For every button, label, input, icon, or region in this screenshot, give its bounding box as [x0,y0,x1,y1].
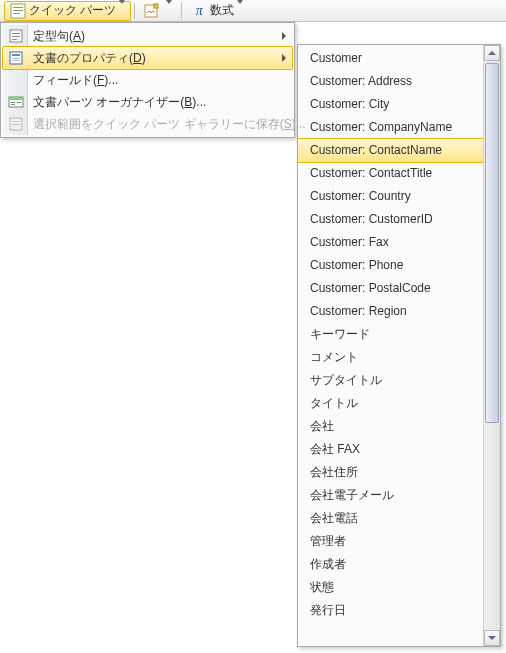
submenu-item[interactable]: Customer: Phone [298,254,483,277]
submenu-item[interactable]: 会社 FAX [298,438,483,461]
quick-parts-icon [10,3,26,19]
menu-item-label: 文書パーツ オーガナイザー(B)... [33,94,206,111]
menu-item[interactable]: 文書パーツ オーガナイザー(B)... [3,91,292,113]
svg-rect-3 [13,13,20,14]
submenu-item[interactable]: Customer: Fax [298,231,483,254]
submenu-item[interactable]: Customer: ContactTitle [298,162,483,185]
menu-item-label: 選択範囲をクイック パーツ ギャラリーに保存(S)... [33,116,306,133]
quick-parts-menu: 定型句(A)文書のプロパティ(D)フィールド(F)...文書パーツ オーガナイザ… [0,22,295,138]
svg-rect-11 [12,54,20,56]
submenu-item[interactable]: 発行日 [298,599,483,622]
svg-rect-18 [11,104,15,105]
submenu-item[interactable]: 会社電子メール [298,484,483,507]
signature-icon [144,3,160,19]
submenu-item[interactable]: 会社 [298,415,483,438]
menu-item[interactable]: フィールド(F)... [3,69,292,91]
svg-rect-20 [12,121,20,122]
scroll-thumb[interactable] [485,63,499,423]
svg-rect-15 [9,97,23,100]
svg-rect-8 [12,36,20,37]
dropdown-caret [119,4,125,18]
submenu-item[interactable]: Customer: Address [298,70,483,93]
dropdown-caret [237,4,243,18]
svg-rect-7 [12,33,20,34]
submenu-item[interactable]: Customer: CompanyName [298,116,483,139]
submenu-item[interactable]: コメント [298,346,483,369]
submenu-item[interactable]: サブタイトル [298,369,483,392]
svg-rect-12 [12,58,20,59]
ribbon-toolbar: クイック パーツ π 数式 [0,0,506,22]
submenu-item[interactable]: Customer: CustomerID [298,208,483,231]
toolbar-separator [181,3,182,19]
svg-rect-2 [13,10,23,11]
autotext-icon [5,26,27,46]
svg-rect-21 [12,124,20,125]
submenu-item[interactable]: 会社住所 [298,461,483,484]
menu-item-label: 文書のプロパティ(D) [33,50,146,67]
scroll-up-button[interactable] [484,45,500,61]
submenu-item[interactable]: 会社電話 [298,507,483,530]
svg-rect-16 [11,102,15,103]
submenu-item[interactable]: キーワード [298,323,483,346]
submenu-item[interactable]: 作成者 [298,553,483,576]
svg-rect-9 [12,39,17,40]
signature-line-button[interactable] [138,1,178,21]
organizer-icon [5,92,27,112]
equation-button[interactable]: π 数式 [185,1,249,21]
scroll-down-button[interactable] [484,630,500,646]
dropdown-caret [166,4,172,18]
svg-rect-17 [17,102,21,103]
submenu-item[interactable]: Customer: Region [298,300,483,323]
submenu-item[interactable]: タイトル [298,392,483,415]
pi-icon: π [191,3,207,19]
svg-rect-1 [13,7,23,8]
submenu-item[interactable]: Customer: Country [298,185,483,208]
doc-prop-icon [5,48,27,68]
menu-item[interactable]: 文書のプロパティ(D) [2,46,293,70]
quick-parts-button[interactable]: クイック パーツ [4,1,131,21]
svg-rect-13 [12,60,20,61]
submenu-arrow-icon [282,32,286,40]
toolbar-separator [134,3,135,19]
document-property-submenu: CustomerCustomer: AddressCustomer: CityC… [297,44,501,647]
equation-label: 数式 [210,2,234,19]
submenu-list: CustomerCustomer: AddressCustomer: CityC… [298,45,483,646]
svg-rect-5 [154,4,158,8]
menu-item[interactable]: 定型句(A) [3,25,292,47]
chevron-down-icon [488,636,496,640]
submenu-item[interactable]: Customer: City [298,93,483,116]
menu-item: 選択範囲をクイック パーツ ギャラリーに保存(S)... [3,113,292,135]
submenu-item[interactable]: Customer [298,47,483,70]
menu-item-label: 定型句(A) [33,28,85,45]
submenu-item[interactable]: Customer: ContactName [298,138,483,163]
submenu-scrollbar[interactable] [483,45,500,646]
field-icon [5,70,27,90]
quick-parts-label: クイック パーツ [29,2,116,19]
save-sel-icon [5,114,27,134]
chevron-up-icon [488,51,496,55]
submenu-item[interactable]: 管理者 [298,530,483,553]
submenu-item[interactable]: Customer: PostalCode [298,277,483,300]
menu-item-label: フィールド(F)... [33,72,118,89]
submenu-item[interactable]: 状態 [298,576,483,599]
submenu-arrow-icon [282,54,286,62]
